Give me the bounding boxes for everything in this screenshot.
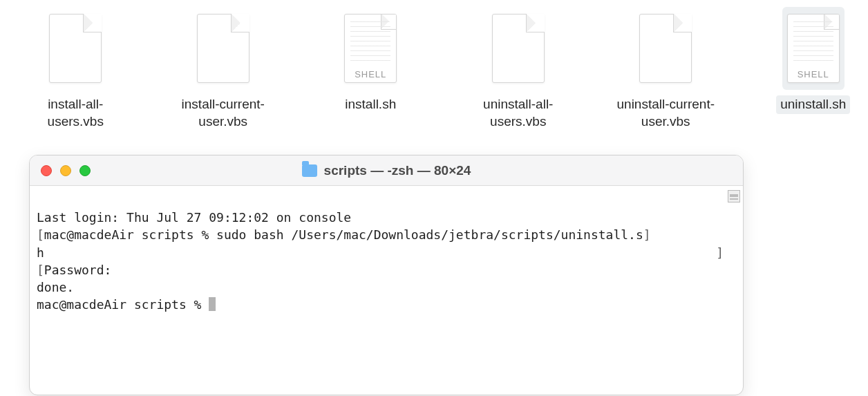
- scroll-indicator-icon[interactable]: [728, 190, 740, 202]
- desktop-file-row: install-all-users.vbs install-current-us…: [0, 7, 868, 131]
- bracket-icon: ]: [643, 227, 651, 242]
- folder-icon: [302, 164, 317, 177]
- file-icon: [487, 7, 549, 90]
- blank-doc-icon: [49, 14, 102, 83]
- bracket-icon: ]: [716, 244, 724, 261]
- terminal-line: mac@macdeAir scripts %: [37, 297, 209, 312]
- cursor-icon: [209, 297, 216, 311]
- close-icon[interactable]: [41, 165, 52, 176]
- file-label: uninstall.sh: [776, 95, 850, 114]
- file-icon: [44, 7, 106, 90]
- terminal-line: mac@macdeAir scripts % sudo bash /Users/…: [44, 227, 643, 242]
- shell-doc-icon: SHELL: [344, 14, 397, 83]
- terminal-line: done.: [37, 280, 74, 294]
- terminal-body[interactable]: Last login: Thu Jul 27 09:12:02 on conso…: [30, 186, 743, 395]
- terminal-window[interactable]: scripts — -zsh — 80×24 Last login: Thu J…: [29, 155, 744, 395]
- file-icon: [192, 7, 254, 90]
- title-center: scripts — -zsh — 80×24: [30, 163, 743, 178]
- file-install-current-user-vbs[interactable]: install-current-user.vbs: [169, 7, 279, 131]
- bracket-icon: [: [37, 227, 44, 242]
- minimize-icon[interactable]: [60, 165, 71, 176]
- file-icon: SHELL: [339, 7, 402, 90]
- titlebar[interactable]: scripts — -zsh — 80×24: [30, 155, 743, 186]
- blank-doc-icon: [639, 14, 692, 83]
- window-title: scripts — -zsh — 80×24: [324, 163, 471, 178]
- terminal-line: Password:: [44, 263, 112, 277]
- file-uninstall-current-user-vbs[interactable]: uninstall-current-user.vbs: [611, 7, 721, 131]
- file-label: uninstall-all-users.vbs: [464, 95, 574, 131]
- file-uninstall-sh[interactable]: SHELL uninstall.sh: [759, 7, 869, 131]
- file-label: install-all-users.vbs: [21, 95, 131, 131]
- file-label: uninstall-current-user.vbs: [611, 95, 721, 131]
- shell-tag: SHELL: [788, 69, 839, 79]
- window-controls: [30, 165, 91, 176]
- file-icon: [634, 7, 697, 90]
- bracket-icon: [: [37, 263, 44, 277]
- shell-doc-icon: SHELL: [787, 14, 840, 83]
- blank-doc-icon: [492, 14, 545, 83]
- shell-tag: SHELL: [345, 69, 396, 79]
- file-install-all-users-vbs[interactable]: install-all-users.vbs: [21, 7, 131, 131]
- zoom-icon[interactable]: [79, 165, 91, 176]
- blank-doc-icon: [197, 14, 249, 83]
- file-install-sh[interactable]: SHELL install.sh: [316, 7, 426, 131]
- file-uninstall-all-users-vbs[interactable]: uninstall-all-users.vbs: [464, 7, 574, 131]
- terminal-line: h: [37, 245, 44, 260]
- file-label: install-current-user.vbs: [169, 95, 279, 131]
- file-label: install.sh: [341, 95, 400, 114]
- file-icon: SHELL: [782, 7, 845, 90]
- terminal-line: Last login: Thu Jul 27 09:12:02 on conso…: [37, 210, 351, 225]
